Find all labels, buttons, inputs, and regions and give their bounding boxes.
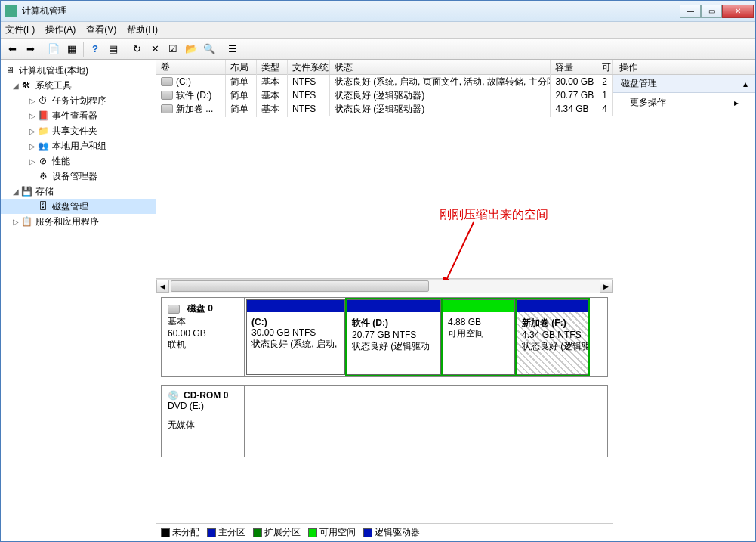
actions-more[interactable]: 更多操作 ▸: [613, 93, 755, 112]
cdrom-icon: 💿: [168, 390, 179, 401]
actions-diskmgmt-label: 磁盘管理: [621, 77, 657, 90]
scroll-track[interactable]: [169, 280, 600, 293]
back-button[interactable]: ⬅: [4, 41, 20, 57]
volume-free: 1: [597, 88, 613, 102]
tree-pane: 🖥 计算机管理(本地) ◢ 🛠 系统工具 ▷ ⏱ 任务计划程序 ▷ 📕 事件查看…: [1, 60, 156, 541]
volume-capacity: 4.34 GB: [551, 102, 597, 116]
tree-label: 共享文件夹: [52, 125, 97, 138]
tree-device-manager[interactable]: ▷ ⚙ 设备管理器: [1, 169, 156, 184]
expand-icon[interactable]: ▷: [28, 112, 37, 120]
volume-row[interactable]: (C:)简单基本NTFS状态良好 (系统, 启动, 页面文件, 活动, 故障转储…: [156, 75, 613, 88]
partition-title: 新加卷 (F:): [522, 317, 583, 330]
collapse-icon[interactable]: ◢: [11, 187, 20, 196]
disk-size: 60.00 GB: [168, 328, 238, 339]
help-icon[interactable]: ?: [87, 41, 103, 57]
expand-icon[interactable]: ▷: [28, 157, 37, 166]
partition[interactable]: 新加卷 (F:)4.34 GB NTFS状态良好 (逻辑驱: [517, 299, 588, 375]
partition-header: [443, 300, 514, 312]
tree-performance[interactable]: ▷ ⊘ 性能: [1, 153, 156, 169]
minimize-button[interactable]: ―: [680, 5, 701, 18]
partition-header: [347, 300, 440, 312]
disk-title: 磁盘 0: [187, 302, 213, 315]
tree-event-viewer[interactable]: ▷ 📕 事件查看器: [1, 108, 156, 123]
partition-header: [517, 300, 588, 312]
view-button[interactable]: ▤: [105, 41, 122, 57]
titlebar: 计算机管理 ― ▭ ✕: [1, 1, 755, 22]
legend-primary: 主分区: [218, 527, 245, 537]
expand-icon[interactable]: ▷: [11, 218, 20, 226]
col-volume[interactable]: 卷: [156, 60, 226, 74]
partition[interactable]: 软件 (D:)20.77 GB NTFS状态良好 (逻辑驱动: [347, 299, 441, 375]
cancel-icon[interactable]: ✕: [147, 41, 163, 57]
tree-disk-management[interactable]: ▷ 🗄 磁盘管理: [1, 199, 156, 214]
partition-status: 状态良好 (系统, 启动,: [251, 338, 340, 351]
volume-layout: 简单: [226, 101, 257, 117]
menu-action[interactable]: 操作(A): [45, 23, 76, 36]
up-button[interactable]: 📄: [45, 41, 62, 57]
scroll-right-button[interactable]: ▶: [600, 280, 613, 293]
tree-system-tools[interactable]: ◢ 🛠 系统工具: [1, 78, 156, 93]
partition-header: [247, 300, 344, 312]
col-capacity[interactable]: 容量: [551, 60, 597, 74]
search-icon[interactable]: 🔍: [201, 41, 218, 57]
volume-fs: NTFS: [288, 75, 330, 88]
volume-free: 2: [597, 75, 613, 88]
device-icon: ⚙: [37, 170, 49, 182]
disk-row-cdrom[interactable]: 💿CD-ROM 0 DVD (E:) 无媒体: [161, 385, 608, 457]
col-filesystem[interactable]: 文件系统: [288, 60, 330, 74]
col-free[interactable]: 可: [597, 60, 613, 74]
partition[interactable]: 4.88 GB可用空间: [443, 299, 515, 375]
list-icon[interactable]: ☰: [224, 41, 241, 57]
tree-storage[interactable]: ◢ 💾 存储: [1, 184, 156, 199]
disk-icon: 🗄: [37, 200, 49, 212]
hscrollbar[interactable]: ◀ ▶: [156, 279, 613, 293]
volume-row[interactable]: 软件 (D:)简单基本NTFS状态良好 (逻辑驱动器)20.77 GB1: [156, 88, 613, 102]
clock-icon: ⏱: [37, 94, 49, 107]
menubar: 文件(F) 操作(A) 查看(V) 帮助(H): [1, 22, 755, 39]
tree-shared-folders[interactable]: ▷ 📁 共享文件夹: [1, 123, 156, 138]
volume-label: (C:): [176, 76, 191, 87]
expand-icon[interactable]: ▷: [28, 127, 37, 135]
legend-ext: 扩展分区: [264, 527, 301, 537]
collapse-icon[interactable]: ◢: [11, 82, 20, 90]
expand-icon[interactable]: ▷: [28, 142, 37, 150]
partition[interactable]: (C:)30.00 GB NTFS状态良好 (系统, 启动,: [246, 299, 345, 375]
settings-icon[interactable]: ☑: [165, 41, 181, 57]
legend-free: 可用空间: [319, 527, 356, 537]
volume-status: 状态良好 (逻辑驱动器): [330, 101, 551, 117]
legend-unalloc-swatch: [161, 528, 170, 537]
props-button[interactable]: ▦: [63, 41, 80, 57]
forward-button[interactable]: ➡: [22, 41, 39, 57]
tools-icon: 🛠: [20, 79, 32, 91]
scroll-left-button[interactable]: ◀: [156, 280, 169, 293]
tree-services[interactable]: ▷ 📋 服务和应用程序: [1, 214, 156, 229]
close-button[interactable]: ✕: [722, 5, 754, 18]
volume-icon: [161, 91, 173, 100]
disk-row-0[interactable]: 磁盘 0 基本 60.00 GB 联机 (C:)30.00 GB NTFS状态良…: [161, 297, 608, 377]
tree-root[interactable]: 🖥 计算机管理(本地): [1, 63, 156, 78]
computer-icon: 🖥: [4, 64, 16, 76]
folder-icon[interactable]: 📂: [183, 41, 199, 57]
col-status[interactable]: 状态: [330, 60, 551, 74]
col-layout[interactable]: 布局: [226, 60, 257, 74]
actions-diskmgmt[interactable]: 磁盘管理 ▴: [613, 75, 755, 93]
tree-label: 任务计划程序: [52, 94, 106, 107]
volume-header-row: 卷 布局 类型 文件系统 状态 容量 可: [156, 60, 613, 75]
tree-task-scheduler[interactable]: ▷ ⏱ 任务计划程序: [1, 93, 156, 108]
scroll-thumb[interactable]: [171, 280, 429, 292]
cdrom-info: 💿CD-ROM 0 DVD (E:) 无媒体: [162, 386, 245, 457]
partition-size: 4.34 GB NTFS: [522, 330, 583, 340]
col-type[interactable]: 类型: [257, 60, 288, 74]
partition-status: 状态良好 (逻辑驱: [522, 340, 583, 353]
legend-ext-swatch: [253, 528, 262, 537]
partition-size: 30.00 GB NTFS: [251, 327, 340, 338]
partition-status: 可用空间: [448, 327, 510, 340]
maximize-button[interactable]: ▭: [701, 5, 722, 18]
menu-view[interactable]: 查看(V): [86, 23, 116, 36]
refresh-button[interactable]: ↻: [128, 41, 145, 57]
tree-local-users[interactable]: ▷ 👥 本地用户和组: [1, 138, 156, 153]
volume-row[interactable]: 新加卷 ...简单基本NTFS状态良好 (逻辑驱动器)4.34 GB4: [156, 102, 613, 116]
menu-file[interactable]: 文件(F): [5, 23, 35, 36]
expand-icon[interactable]: ▷: [28, 97, 37, 105]
menu-help[interactable]: 帮助(H): [127, 23, 158, 36]
